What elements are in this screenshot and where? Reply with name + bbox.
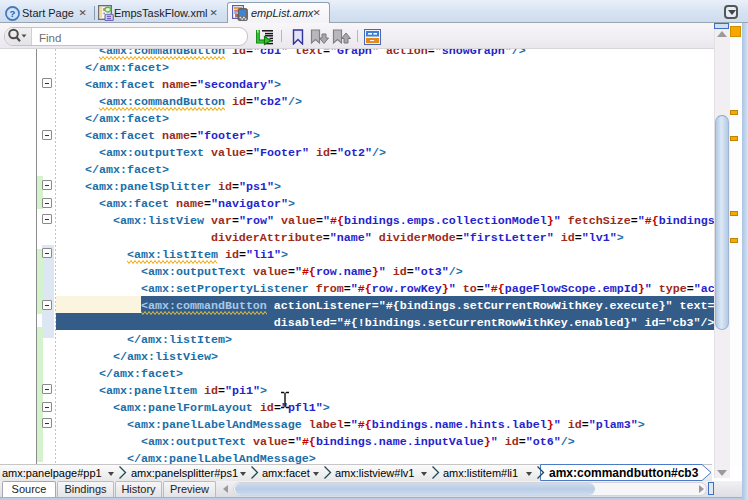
- svg-text:?: ?: [10, 8, 16, 19]
